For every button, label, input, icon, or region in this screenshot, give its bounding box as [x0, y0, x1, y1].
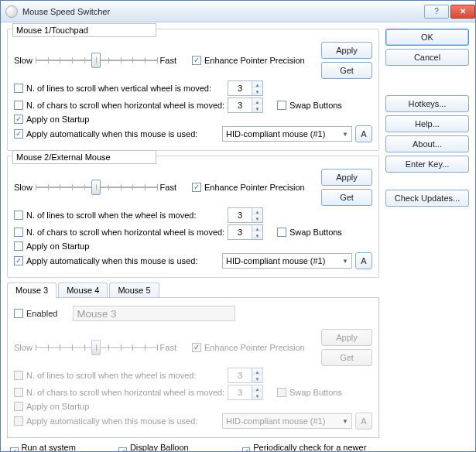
- mouse1-speed-slider[interactable]: [36, 53, 157, 68]
- mouse3-vscroll-spinner: ▲▼: [228, 368, 263, 383]
- ok-button[interactable]: OK: [385, 29, 469, 46]
- mouse3-auto-checkbox: Apply automatically when this mouse is u…: [14, 416, 197, 426]
- up-icon[interactable]: ▲: [252, 208, 262, 215]
- mouse1-enhance-checkbox[interactable]: Enhance Pointer Precision: [192, 56, 305, 65]
- mouse2-apply-get: Apply Get: [321, 169, 372, 206]
- up-icon: ▲: [252, 368, 262, 375]
- bottom-options: Run at system startup Display Balloon Me…: [7, 438, 379, 452]
- fast-label: Fast: [160, 183, 176, 192]
- mouse1-swap-checkbox[interactable]: Swap Buttons: [277, 101, 342, 110]
- periodic-check-checkbox[interactable]: Periodically check for a newer version: [242, 443, 376, 452]
- slow-label: Slow: [14, 343, 33, 352]
- mouse3-vscroll-checkbox: N. of lines to scroll when the wheel is …: [14, 371, 228, 380]
- mouse1-startup-checkbox[interactable]: Apply on Startup: [14, 115, 89, 124]
- mouse2-name-input[interactable]: [12, 150, 156, 164]
- run-startup-checkbox[interactable]: Run at system startup: [10, 443, 92, 452]
- up-icon[interactable]: ▲: [252, 81, 262, 88]
- enter-key-button[interactable]: Enter Key...: [385, 156, 469, 173]
- mouse2-startup-checkbox[interactable]: Apply on Startup: [14, 241, 89, 251]
- fast-label: Fast: [160, 343, 176, 352]
- help-button[interactable]: ?: [424, 5, 449, 19]
- mouse2-speed-slider[interactable]: [36, 180, 157, 195]
- titlebar: Mouse Speed Switcher ? ✕: [1, 1, 475, 22]
- tab-mouse3[interactable]: Mouse 3: [7, 282, 57, 298]
- mouse3-hscroll-checkbox: N. of chars to scroll when horizontal wh…: [14, 388, 228, 397]
- mouse2-vscroll-spinner[interactable]: ▲▼: [228, 207, 263, 223]
- mouse1-hscroll-spinner[interactable]: ▲▼: [228, 98, 263, 113]
- mouse1-a-button[interactable]: A: [355, 125, 372, 142]
- mouse3-hscroll-spinner: ▲▼: [228, 385, 263, 400]
- mouse2-device-combo[interactable]: HID-compliant mouse (#1)▼: [222, 253, 352, 269]
- mouse2-apply-button[interactable]: Apply: [321, 169, 372, 186]
- mouse1-group: Slow Fast Enhance Pointer Precision Appl…: [7, 29, 379, 151]
- fast-label: Fast: [160, 56, 176, 65]
- down-icon[interactable]: ▼: [252, 105, 262, 112]
- mouse3-enhance-checkbox: Enhance Pointer Precision: [192, 343, 305, 352]
- down-icon: ▼: [252, 375, 262, 382]
- hotkeys-button[interactable]: Hotkeys...: [385, 95, 469, 112]
- window-buttons: ? ✕: [423, 5, 475, 19]
- down-icon[interactable]: ▼: [252, 88, 262, 95]
- mouse1-auto-checkbox[interactable]: Apply automatically when this mouse is u…: [14, 129, 197, 139]
- enhance-label: Enhance Pointer Precision: [204, 56, 305, 65]
- mouse3-get-button: Get: [321, 349, 372, 366]
- cancel-button[interactable]: Cancel: [385, 49, 469, 66]
- mouse3-apply-get: Apply Get: [321, 329, 372, 366]
- up-icon: ▲: [252, 385, 262, 392]
- about-button[interactable]: About...: [385, 135, 469, 152]
- mouse2-group: Slow Fast Enhance Pointer Precision Appl…: [7, 156, 379, 278]
- mouse1-vscroll-checkbox[interactable]: N. of lines to scroll when vertical whee…: [14, 84, 228, 93]
- mouse1-hscroll-checkbox[interactable]: N. of chars to scroll when horizontal wh…: [14, 101, 228, 110]
- app-icon: [5, 5, 18, 18]
- mouse2-vscroll-checkbox[interactable]: N. of lines to scroll when the wheel is …: [14, 211, 228, 220]
- mouse2-hscroll-spinner[interactable]: ▲▼: [228, 224, 263, 240]
- mouse3-swap-checkbox: Swap Buttons: [277, 388, 342, 397]
- mouse2-swap-checkbox[interactable]: Swap Buttons: [277, 228, 342, 237]
- extra-mice-tabs: Mouse 3 Mouse 4 Mouse 5: [7, 282, 379, 298]
- mouse1-apply-button[interactable]: Apply: [321, 42, 372, 59]
- close-button[interactable]: ✕: [450, 5, 475, 19]
- mouse2-auto-checkbox[interactable]: Apply automatically when this mouse is u…: [14, 256, 197, 265]
- mouse2-hscroll-checkbox[interactable]: N. of chars to scroll when horizontal wh…: [14, 228, 228, 237]
- down-icon[interactable]: ▼: [252, 215, 262, 222]
- down-icon[interactable]: ▼: [252, 232, 262, 239]
- main-column: Slow Fast Enhance Pointer Precision Appl…: [7, 29, 379, 452]
- mouse3-name-input: [73, 306, 235, 321]
- content: Slow Fast Enhance Pointer Precision Appl…: [1, 22, 475, 452]
- mouse2-speed-slider-wrap: Slow Fast: [14, 180, 176, 195]
- chevron-down-icon: ▼: [342, 418, 348, 425]
- mouse3-apply-button: Apply: [321, 329, 372, 346]
- slow-label: Slow: [14, 183, 33, 192]
- side-column: OK Cancel Hotkeys... Help... About... En…: [385, 29, 469, 452]
- balloon-checkbox[interactable]: Display Balloon Messages: [118, 443, 215, 452]
- slow-label: Slow: [14, 56, 33, 65]
- mouse1-get-button[interactable]: Get: [321, 62, 372, 79]
- help-button-side[interactable]: Help...: [385, 115, 469, 132]
- tab-mouse5[interactable]: Mouse 5: [109, 282, 159, 298]
- up-icon[interactable]: ▲: [252, 98, 262, 105]
- chevron-down-icon: ▼: [342, 131, 348, 138]
- mouse1-speed-slider-wrap: Slow Fast: [14, 53, 176, 68]
- down-icon: ▼: [252, 392, 262, 399]
- mouse2-a-button[interactable]: A: [355, 252, 372, 269]
- mouse3-startup-checkbox: Apply on Startup: [14, 402, 89, 411]
- window-title: Mouse Speed Switcher: [22, 7, 423, 16]
- mouse3-a-button: A: [355, 413, 372, 430]
- mouse2-get-button[interactable]: Get: [321, 189, 372, 206]
- check-updates-button[interactable]: Check Updates...: [385, 190, 469, 207]
- mouse3-panel: Enabled Slow Fast Enhance Pointer Precis…: [7, 297, 379, 438]
- mouse3-speed-slider-wrap: Slow Fast: [14, 340, 176, 355]
- tab-mouse4[interactable]: Mouse 4: [58, 282, 108, 298]
- mouse1-name-input[interactable]: [12, 23, 156, 37]
- up-icon[interactable]: ▲: [252, 225, 262, 232]
- mouse3-speed-slider: [36, 340, 157, 355]
- mouse2-enhance-checkbox[interactable]: Enhance Pointer Precision: [192, 183, 305, 192]
- chevron-down-icon: ▼: [342, 258, 348, 265]
- mouse1-device-combo[interactable]: HID-compliant mouse (#1)▼: [222, 126, 352, 142]
- mouse1-vscroll-spinner[interactable]: ▲▼: [228, 80, 263, 96]
- mouse1-apply-get: Apply Get: [321, 42, 372, 79]
- mouse3-enabled-checkbox[interactable]: Enabled: [14, 309, 57, 318]
- mouse3-device-combo: HID-compliant mouse (#1)▼: [222, 413, 352, 429]
